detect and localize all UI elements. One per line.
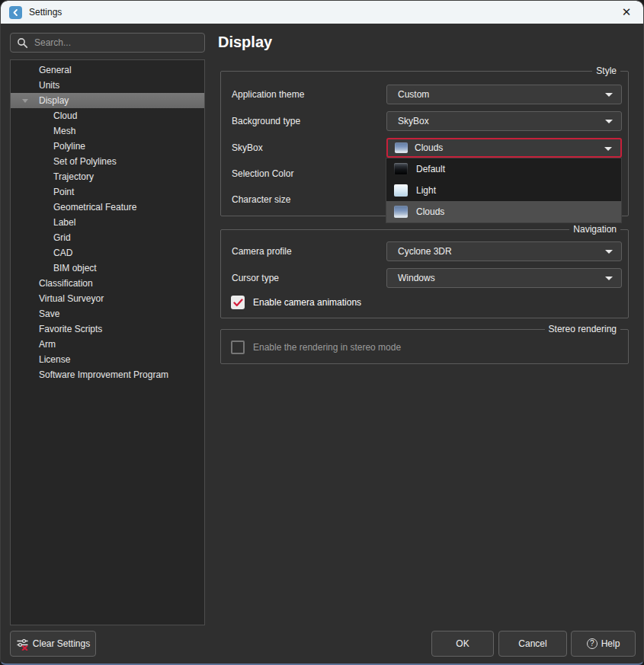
sidebar-item-save[interactable]: Save	[11, 306, 204, 321]
style-group-label: Style	[592, 66, 620, 77]
sidebar-item-favorite-scripts[interactable]: Favorite Scripts	[11, 321, 204, 337]
skybox-option-clouds[interactable]: Clouds	[386, 201, 621, 222]
settings-tree: General Units Display Cloud Mesh Polylin…	[10, 59, 205, 625]
popup-item-label: Clouds	[416, 206, 444, 217]
skybox-clouds-icon	[395, 142, 408, 153]
tree-item-label: BIM object	[53, 263, 97, 273]
sidebar-item-classification[interactable]: Classification	[11, 276, 204, 291]
skybox-light-icon	[394, 184, 408, 197]
chevron-down-icon	[605, 277, 613, 280]
skybox-dropdown-popup: Default Light Clouds	[386, 158, 622, 223]
page-title: Display	[218, 34, 272, 51]
sidebar-item-general[interactable]: General	[11, 62, 204, 78]
sidebar-item-display[interactable]: Display	[11, 93, 204, 108]
sidebar-item-grid[interactable]: Grid	[11, 230, 204, 245]
search-box[interactable]	[10, 33, 205, 53]
search-icon	[17, 37, 28, 49]
popup-item-label: Default	[416, 164, 445, 174]
tree-item-label: CAD	[53, 248, 72, 258]
tree-item-label: Grid	[53, 232, 71, 243]
sidebar-item-bim-object[interactable]: BIM object	[11, 261, 204, 276]
help-button[interactable]: ? Help	[571, 631, 636, 657]
navigation-group-label: Navigation	[569, 224, 620, 235]
tree-item-label: Arm	[39, 339, 56, 350]
tree-item-label: Virtual Surveyor	[39, 293, 104, 304]
sidebar-item-mesh[interactable]: Mesh	[11, 123, 204, 139]
background-type-select[interactable]: SkyBox	[386, 111, 622, 131]
application-theme-select[interactable]: Custom	[386, 85, 622, 104]
skybox-option-default[interactable]: Default	[386, 158, 621, 180]
sidebar-item-trajectory[interactable]: Trajectory	[11, 169, 204, 184]
camera-profile-select[interactable]: Cyclone 3DR	[386, 241, 622, 261]
tree-item-label: Mesh	[53, 126, 75, 136]
camera-animations-checkbox[interactable]	[231, 296, 245, 309]
tree-item-label: Units	[39, 80, 59, 91]
sidebar-item-geometrical-feature[interactable]: Geometrical Feature	[11, 200, 204, 215]
sidebar-item-cloud[interactable]: Cloud	[11, 108, 204, 123]
sidebar-item-virtual-surveyor[interactable]: Virtual Surveyor	[11, 291, 204, 306]
question-icon: ?	[587, 638, 598, 649]
chevron-down-icon	[605, 120, 613, 123]
tree-item-label: Set of Polylines	[53, 156, 117, 167]
tree-item-label: Save	[39, 309, 59, 319]
stereo-group: Stereo rendering Enable the rendering in…	[220, 329, 629, 364]
tree-item-label: Display	[39, 95, 69, 106]
application-theme-label: Application theme	[232, 85, 304, 104]
cursor-type-label: Cursor type	[232, 268, 279, 288]
skybox-option-light[interactable]: Light	[386, 180, 621, 201]
popup-item-label: Light	[416, 185, 436, 196]
camera-animations-row: Enable camera animations	[231, 295, 361, 310]
clear-settings-button[interactable]: Clear Settings	[10, 631, 96, 657]
tree-item-label: Geometrical Feature	[53, 202, 136, 213]
titlebar: Settings ✕	[1, 1, 643, 24]
sidebar-item-software-improvement-program[interactable]: Software Improvement Program	[11, 367, 204, 382]
ok-label: OK	[456, 638, 469, 649]
cursor-type-select[interactable]: Windows	[386, 268, 622, 288]
sidebar-item-arm[interactable]: Arm	[11, 337, 204, 352]
application-theme-value: Custom	[398, 89, 429, 100]
cursor-type-value: Windows	[398, 273, 435, 283]
tree-item-label: Classification	[39, 278, 93, 289]
sidebar-item-license[interactable]: License	[11, 352, 204, 367]
window-title: Settings	[29, 7, 62, 18]
tree-item-label: Point	[53, 187, 74, 197]
stereo-mode-checkbox	[231, 340, 245, 354]
tree-item-label: Software Improvement Program	[39, 369, 168, 380]
ok-button[interactable]: OK	[431, 631, 494, 657]
clear-settings-label: Clear Settings	[33, 638, 90, 649]
skybox-select[interactable]: Clouds	[386, 138, 622, 158]
tree-item-label: Trajectory	[53, 171, 94, 182]
cancel-button[interactable]: Cancel	[498, 631, 567, 657]
settings-window: Settings ✕ General Units Display Cloud M…	[0, 0, 644, 665]
camera-animations-label: Enable camera animations	[253, 297, 361, 308]
tree-item-label: General	[39, 65, 72, 75]
skybox-clouds-icon	[394, 206, 408, 218]
cancel-label: Cancel	[518, 638, 546, 649]
background-type-label: Background type	[232, 111, 300, 131]
stereo-mode-label: Enable the rendering in stereo mode	[253, 342, 401, 353]
character-size-label: Character size	[232, 190, 290, 209]
checkmark-icon	[233, 299, 243, 307]
chevron-down-icon	[605, 93, 613, 97]
sidebar-item-units[interactable]: Units	[11, 78, 204, 93]
camera-profile-value: Cyclone 3DR	[398, 246, 452, 257]
stereo-group-label: Stereo rendering	[545, 324, 620, 335]
skybox-label: SkyBox	[232, 138, 263, 158]
search-input[interactable]	[34, 37, 198, 48]
sidebar-item-polyline[interactable]: Polyline	[11, 139, 204, 154]
camera-profile-label: Camera profile	[232, 241, 292, 261]
tree-item-label: Favorite Scripts	[39, 324, 102, 334]
tree-item-label: Polyline	[53, 141, 85, 152]
tree-item-label: Label	[53, 217, 75, 228]
close-icon[interactable]: ✕	[618, 4, 635, 21]
sidebar-item-label[interactable]: Label	[11, 215, 204, 230]
stereo-mode-row: Enable the rendering in stereo mode	[231, 340, 401, 355]
sidebar-item-cad[interactable]: CAD	[11, 245, 204, 261]
sidebar-item-set-of-polylines[interactable]: Set of Polylines	[11, 154, 204, 169]
app-logo-icon	[9, 6, 22, 19]
navigation-group: Navigation Camera profile Cyclone 3DR Cu…	[220, 229, 629, 318]
clear-settings-icon	[16, 638, 29, 651]
tree-item-label: Cloud	[53, 110, 77, 121]
sidebar-item-point[interactable]: Point	[11, 184, 204, 200]
chevron-down-icon[interactable]	[22, 99, 28, 103]
